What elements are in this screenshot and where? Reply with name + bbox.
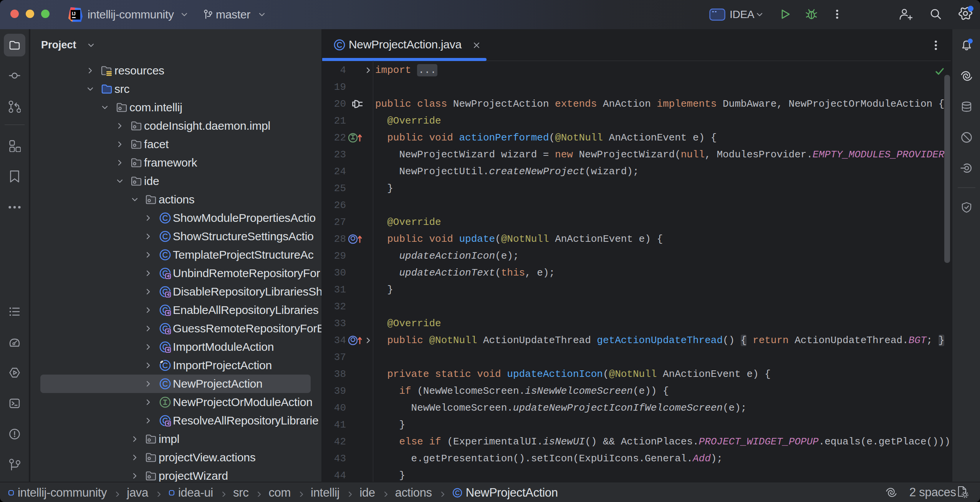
svg-text:IJ: IJ <box>72 11 76 17</box>
